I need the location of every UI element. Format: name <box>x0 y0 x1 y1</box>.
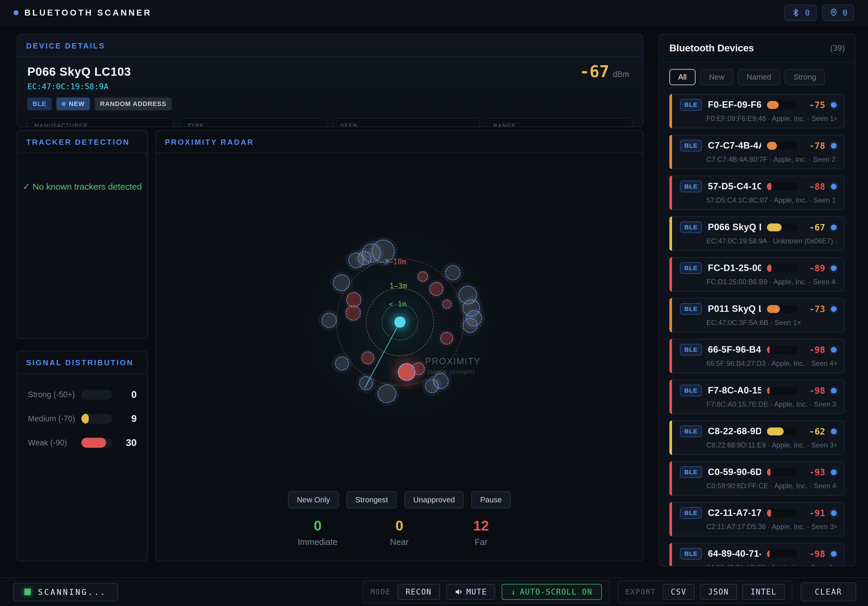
device-list-title: Bluetooth Devices <box>670 43 754 54</box>
device-signal-track <box>767 386 797 394</box>
device-signal-fill <box>767 509 771 517</box>
device-list-item[interactable]: BLE 57-D5-C4-1C-8C-07 -88 57:D5:C4:1C:8C… <box>670 176 845 210</box>
device-list-item[interactable]: BLE P066 SkyQ LC103 -67 EC:47:0C:19:58:9… <box>670 216 845 251</box>
device-status-dot-icon <box>831 266 837 271</box>
signal-distribution-row: Medium (-70) 9 <box>17 413 147 424</box>
radar-stat-label: Far <box>457 537 505 547</box>
radar-device-dot[interactable] <box>445 265 460 280</box>
device-signal-fill <box>767 182 771 190</box>
device-filter-button[interactable]: Strong <box>785 69 825 85</box>
ble-chip: BLE <box>680 507 702 519</box>
radar-device-dot[interactable] <box>335 356 349 371</box>
mode-recon-button[interactable]: RECON <box>397 584 440 600</box>
radar-device-dot[interactable] <box>412 362 425 375</box>
device-detail-field: TYPE random <box>180 118 327 127</box>
device-signal-track <box>767 142 797 150</box>
radar-device-dot[interactable] <box>371 240 395 263</box>
mute-button[interactable]: MUTE <box>446 584 495 600</box>
device-rssi: -93 <box>803 467 825 478</box>
device-rssi: -62 <box>803 426 825 437</box>
radar-device-dot[interactable] <box>361 351 374 364</box>
device-name: C8-22-68-9D-11-E9 <box>708 426 761 437</box>
radar-filter-button[interactable]: Pause <box>471 491 511 509</box>
device-name: FC-D1-25-00-B6-B9 <box>708 263 761 274</box>
export-format-button[interactable]: INTEL <box>742 584 784 600</box>
ble-chip: BLE <box>680 140 702 152</box>
radar-device-dot[interactable] <box>359 376 373 390</box>
tracker-status: ✓ No known trackers detected <box>17 181 147 192</box>
device-list-item[interactable]: BLE F0-EF-09-F6-E9-46 -75 F0:EF:09:F6:E9… <box>670 94 845 128</box>
signal-distribution-title: SIGNAL DISTRIBUTION <box>17 351 147 374</box>
device-name: F7-8C-A0-15-7E-DE <box>708 385 761 396</box>
new-badge: NEW <box>56 97 90 110</box>
device-list-item[interactable]: BLE 64-89-40-71-AB-F0 -98 64:89:40:71:AB… <box>670 543 845 566</box>
signal-distribution-row: Weak (-90) 30 <box>17 437 147 448</box>
device-status-dot-icon <box>831 102 837 108</box>
clear-button[interactable]: CLEAR <box>801 583 856 601</box>
random-address-badge: RANDOM ADDRESS <box>95 97 172 110</box>
scanning-status-button[interactable]: SCANNING... <box>13 583 118 601</box>
signal-band-count: 0 <box>120 389 136 400</box>
device-subtext: F0:EF:09:F6:E9:46 · Apple, Inc. · Seen 1… <box>680 114 837 123</box>
bluetooth-count-badge[interactable]: 0 <box>784 5 817 21</box>
device-list-item[interactable]: BLE P011 SkyQ LC103 -73 EC:47:0C:3F:5A:6… <box>670 298 845 332</box>
device-subtext: 66:5F:96:B4:27:D3 · Apple, Inc. · Seen 4… <box>680 359 837 368</box>
radar-device-dot[interactable] <box>462 318 478 333</box>
device-list-item[interactable]: BLE C7-C7-4B-4A-80-7F -78 C7:C7:4B:4A:80… <box>670 135 845 169</box>
radar-device-dot[interactable] <box>440 332 453 345</box>
device-filter-button[interactable]: New <box>700 69 733 85</box>
radar-device-dot[interactable] <box>417 271 428 282</box>
device-list-item[interactable]: BLE C8-22-68-9D-11-E9 -62 C8:22:68:9D:11… <box>670 420 845 455</box>
device-signal-track <box>767 101 797 109</box>
field-label: MANUFACTURER <box>34 122 167 127</box>
device-status-dot-icon <box>831 143 837 148</box>
radar-filter-button[interactable]: Strongest <box>346 491 397 509</box>
device-name: 57-D5-C4-1C-8C-07 <box>708 181 761 192</box>
device-status-dot-icon <box>831 429 837 434</box>
scanning-indicator-icon <box>25 589 31 595</box>
radar-device-dot[interactable] <box>358 251 372 265</box>
radar-device-dot[interactable] <box>378 384 397 403</box>
device-list-item[interactable]: BLE C2-11-A7-17-D5-36 -91 C2:11:A7:17:D5… <box>670 502 845 536</box>
location-count-badge[interactable]: 0 <box>822 5 854 21</box>
signal-band-count: 9 <box>120 413 136 424</box>
device-signal-track <box>767 346 797 354</box>
device-signal-track <box>767 550 797 558</box>
radar-device-dot[interactable] <box>333 274 350 291</box>
radar-stats: 0 Immediate 0 Near 12 Far <box>156 518 643 547</box>
export-buttons: CSVJSONINTEL <box>663 584 785 600</box>
device-list-item[interactable]: BLE C0-59-90-6D-FF-CE -93 C0:59:90:6D:FF… <box>670 461 845 496</box>
device-status-dot-icon <box>831 510 837 516</box>
ble-chip: BLE <box>680 221 702 233</box>
device-list-item[interactable]: BLE F7-8C-A0-15-7E-DE -98 F7:8C:A0:15:7E… <box>670 380 845 414</box>
radar-center-scanner-dot <box>394 317 406 328</box>
radar-watermark-subtext: (signal strength) <box>428 368 481 375</box>
device-filter-button[interactable]: Named <box>738 69 780 85</box>
device-name: 66-5F-96-B4-27-D3 <box>708 345 761 355</box>
device-list-count: (39) <box>830 43 845 53</box>
radar-device-dot[interactable] <box>321 313 337 328</box>
radar-device-dot[interactable] <box>429 282 443 296</box>
device-signal-fill <box>767 346 770 354</box>
radar-device-dot[interactable] <box>442 300 452 309</box>
device-signal-fill <box>767 142 777 150</box>
device-name: P011 SkyQ LC103 <box>708 304 761 314</box>
export-format-button[interactable]: JSON <box>700 584 737 600</box>
device-list-item[interactable]: BLE FC-D1-25-00-B6-B9 -89 FC:D1:25:00:B6… <box>670 257 845 292</box>
radar-filter-button[interactable]: New Only <box>288 491 339 509</box>
device-list-item[interactable]: BLE 66-5F-96-B4-27-D3 -98 66:5F:96:B4:27… <box>670 339 845 373</box>
new-dot-icon <box>62 102 66 106</box>
ble-chip: BLE <box>680 262 702 274</box>
ble-chip: BLE <box>680 99 702 111</box>
device-subtext: 57:D5:C4:1C:8C:07 · Apple, Inc. · Seen 1… <box>680 196 837 204</box>
radar-device-dot[interactable] <box>346 305 361 321</box>
auto-scroll-toggle[interactable]: ↓ AUTO-SCROLL ON <box>502 584 602 600</box>
device-rssi: -98 <box>803 549 825 559</box>
radar-filter-button[interactable]: Unapproved <box>404 491 464 509</box>
device-filter-button[interactable]: All <box>670 69 696 85</box>
radar-filter-buttons: New OnlyStrongestUnapprovedPause <box>156 491 643 509</box>
device-signal-track <box>767 509 797 517</box>
radar-device-dot[interactable] <box>425 379 439 393</box>
export-format-button[interactable]: CSV <box>663 584 694 600</box>
radar-stat-label: Immediate <box>294 537 341 547</box>
